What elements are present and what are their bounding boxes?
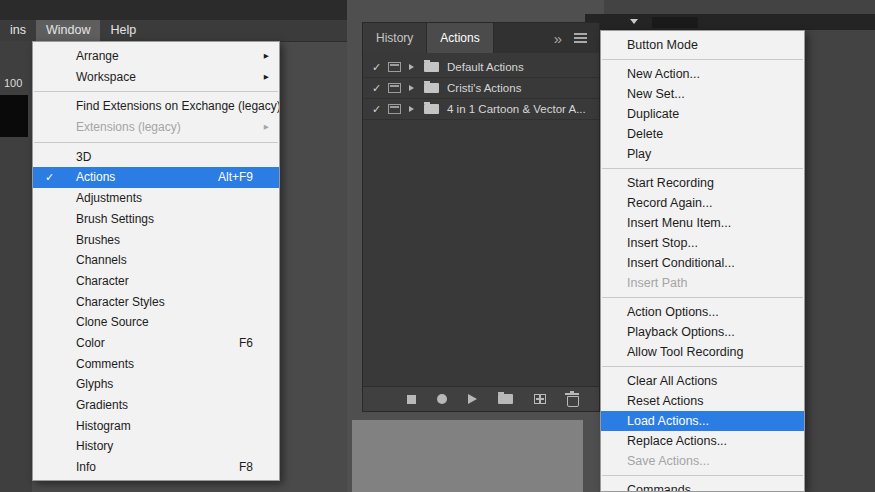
menu-shortcut: F6 <box>239 333 253 354</box>
expand-chevron-icon[interactable] <box>409 106 414 112</box>
new-set-button[interactable] <box>498 394 513 404</box>
menu-item-commands[interactable]: Commands <box>601 480 804 492</box>
menu-separator <box>602 475 803 476</box>
action-set-row[interactable]: ✓4 in 1 Cartoon & Vector A... <box>363 99 599 120</box>
menubar-item-help[interactable]: Help <box>100 20 146 41</box>
menu-item-arrange[interactable]: Arrange▶ <box>33 46 279 67</box>
menu-item-reset-actions[interactable]: Reset Actions <box>601 391 804 411</box>
action-set-row[interactable]: ✓Cristi's Actions <box>363 78 599 99</box>
include-checkmark-icon[interactable]: ✓ <box>372 61 385 74</box>
stop-icon <box>407 395 416 404</box>
panel-tab-bar: HistoryActions » <box>363 23 599 54</box>
record-button[interactable] <box>437 394 447 404</box>
delete-button[interactable] <box>567 392 579 407</box>
expand-chevron-icon[interactable] <box>409 64 414 70</box>
menubar-item-window[interactable]: Window <box>36 20 100 41</box>
menu-item-channels[interactable]: Channels <box>33 250 279 271</box>
menu-item-label: Insert Path <box>627 276 687 290</box>
tab-history[interactable]: History <box>363 23 427 53</box>
dialog-toggle-icon[interactable] <box>388 104 401 114</box>
menu-item-label: Glyphs <box>76 377 113 391</box>
menu-item-button-mode[interactable]: Button Mode <box>601 35 804 55</box>
panel-toolbar <box>363 386 599 411</box>
checkmark-icon: ✓ <box>45 167 54 188</box>
menu-item-label: Adjustments <box>76 191 142 205</box>
menu-item-extensions-legacy[interactable]: Extensions (legacy)▶ <box>33 117 279 138</box>
menu-item-comments[interactable]: Comments <box>33 354 279 375</box>
tab-actions[interactable]: Actions <box>427 23 493 53</box>
menu-item-clear-all-actions[interactable]: Clear All Actions <box>601 371 804 391</box>
submenu-arrow-icon: ▶ <box>263 71 268 83</box>
menu-item-replace-actions[interactable]: Replace Actions... <box>601 431 804 451</box>
new-action-button[interactable] <box>534 394 546 404</box>
menu-item-playback-options[interactable]: Playback Options... <box>601 322 804 342</box>
menu-item-allow-tool-recording[interactable]: Allow Tool Recording <box>601 342 804 362</box>
expand-chevron-icon[interactable] <box>409 85 414 91</box>
menu-separator <box>34 142 278 143</box>
menu-item-label: Channels <box>76 253 127 267</box>
chevron-down-icon[interactable] <box>630 19 638 24</box>
menu-item-history[interactable]: History <box>33 436 279 457</box>
collapse-panel-icon[interactable]: » <box>554 30 562 47</box>
menu-item-adjustments[interactable]: Adjustments <box>33 188 279 209</box>
menu-item-label: Clone Source <box>76 315 149 329</box>
menu-item-clone-source[interactable]: Clone Source <box>33 312 279 333</box>
menu-item-new-action[interactable]: New Action... <box>601 64 804 84</box>
menu-item-info[interactable]: InfoF8 <box>33 457 279 478</box>
stop-button[interactable] <box>407 395 416 404</box>
menu-item-glyphs[interactable]: Glyphs <box>33 374 279 395</box>
menu-item-label: 3D <box>76 150 91 164</box>
menu-item-brushes[interactable]: Brushes <box>33 230 279 251</box>
action-set-row[interactable]: ✓Default Actions <box>363 57 599 78</box>
menu-item-play[interactable]: Play <box>601 144 804 164</box>
collapsed-panel-control[interactable] <box>652 17 698 28</box>
include-checkmark-icon[interactable]: ✓ <box>372 103 385 116</box>
actions-panel: HistoryActions » ✓Default Actions✓Cristi… <box>362 22 600 412</box>
menubar-item-ins[interactable]: ins <box>0 20 36 41</box>
menu-item-label: Find Extensions on Exchange (legacy)... <box>76 99 280 113</box>
menu-item-insert-conditional[interactable]: Insert Conditional... <box>601 253 804 273</box>
menu-item-delete[interactable]: Delete <box>601 124 804 144</box>
menu-item-character-styles[interactable]: Character Styles <box>33 292 279 313</box>
menu-item-insert-stop[interactable]: Insert Stop... <box>601 233 804 253</box>
menu-item-record-again[interactable]: Record Again... <box>601 193 804 213</box>
menu-item-label: Load Actions... <box>627 414 709 428</box>
folder-icon <box>424 83 439 93</box>
menu-item-character[interactable]: Character <box>33 271 279 292</box>
menu-item-label: Info <box>76 460 96 474</box>
include-checkmark-icon[interactable]: ✓ <box>372 82 385 95</box>
menu-item-action-options[interactable]: Action Options... <box>601 302 804 322</box>
menu-item-gradients[interactable]: Gradients <box>33 395 279 416</box>
delete-icon <box>567 396 579 407</box>
menu-item-label: Histogram <box>76 419 131 433</box>
document-canvas <box>352 420 583 492</box>
dialog-toggle-icon[interactable] <box>388 62 401 72</box>
play-button[interactable] <box>468 394 477 404</box>
menu-item-label: Delete <box>627 127 663 141</box>
menu-item-histogram[interactable]: Histogram <box>33 416 279 437</box>
menu-separator <box>602 366 803 367</box>
dialog-toggle-icon[interactable] <box>388 83 401 93</box>
menu-item-load-actions[interactable]: Load Actions... <box>601 411 804 431</box>
menu-item-insert-path[interactable]: Insert Path <box>601 273 804 293</box>
menu-item-label: New Action... <box>627 67 700 81</box>
panel-menu-icon[interactable] <box>574 33 587 35</box>
menu-item-actions[interactable]: ✓ActionsAlt+F9 <box>33 167 279 188</box>
menu-item-insert-menu-item[interactable]: Insert Menu Item... <box>601 213 804 233</box>
menu-item-brush-settings[interactable]: Brush Settings <box>33 209 279 230</box>
menu-item-save-actions[interactable]: Save Actions... <box>601 451 804 471</box>
menu-item-label: Actions <box>76 170 115 184</box>
menu-item-label: Character Styles <box>76 295 165 309</box>
menu-item-duplicate[interactable]: Duplicate <box>601 104 804 124</box>
menu-item-label: Commands <box>627 483 691 492</box>
menu-item-3d[interactable]: 3D <box>33 147 279 168</box>
menu-bar: insWindowHelp <box>0 20 347 42</box>
menu-item-workspace[interactable]: Workspace▶ <box>33 67 279 88</box>
menu-item-new-set[interactable]: New Set... <box>601 84 804 104</box>
menu-item-start-recording[interactable]: Start Recording <box>601 173 804 193</box>
menu-item-find-extensions-on-exchange-legacy[interactable]: Find Extensions on Exchange (legacy)... <box>33 96 279 117</box>
black-swatch[interactable] <box>0 95 28 137</box>
menu-item-label: Character <box>76 274 129 288</box>
menu-item-label: Allow Tool Recording <box>627 345 744 359</box>
menu-item-color[interactable]: ColorF6 <box>33 333 279 354</box>
